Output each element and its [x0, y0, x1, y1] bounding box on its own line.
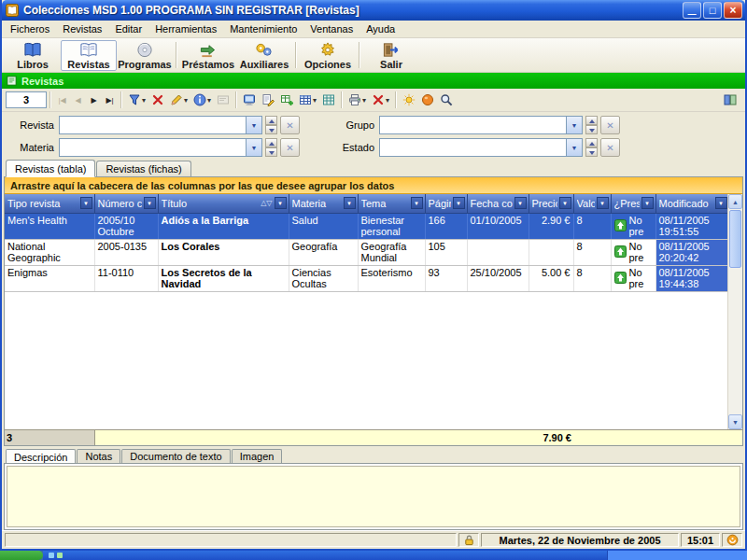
filter-spinner-estado[interactable]: [585, 138, 598, 157]
tab-documento-de-texto[interactable]: Documento de texto: [121, 449, 230, 463]
start-button[interactable]: [0, 551, 43, 560]
filter-clear-button-revista[interactable]: ✕: [280, 116, 300, 134]
tab-descripcion[interactable]: Descripción: [6, 449, 76, 464]
column-header-presta[interactable]: ¿Presta▼: [611, 194, 655, 213]
close-button[interactable]: ×: [724, 2, 742, 19]
table-row[interactable]: Enigmas11-0110Los Secretos de la Navidad…: [5, 265, 729, 291]
column-filter-icon[interactable]: ▼: [453, 197, 465, 209]
filter-spinner-materia[interactable]: [265, 138, 277, 157]
menu-item-editar[interactable]: Editar: [108, 21, 148, 36]
column-filter-icon[interactable]: ▼: [275, 197, 287, 209]
tab-notas[interactable]: Notas: [77, 449, 120, 463]
spinner-down-icon[interactable]: [585, 147, 598, 157]
spinner-up-icon[interactable]: [265, 116, 277, 125]
spinner-up-icon[interactable]: [585, 116, 598, 125]
delete-button[interactable]: ▾: [369, 91, 392, 109]
tab-revistas-fichas[interactable]: Revistas (fichas): [96, 161, 190, 176]
toolbar-button-libros[interactable]: Libros: [5, 40, 61, 71]
column-filter-icon[interactable]: ▼: [641, 197, 654, 209]
column-filter-icon[interactable]: ▼: [80, 197, 92, 209]
record-number-input[interactable]: 3: [6, 91, 47, 108]
spinner-down-icon[interactable]: [265, 147, 277, 157]
tab-revistas-tabla[interactable]: Revistas (tabla): [6, 160, 95, 177]
edit-menu-button[interactable]: ▾: [167, 91, 190, 109]
spinner-down-icon[interactable]: [585, 125, 598, 134]
filter-combo-materia[interactable]: ▼: [59, 138, 262, 157]
chevron-down-icon[interactable]: ▼: [246, 117, 261, 133]
column-filter-icon[interactable]: ▼: [344, 197, 356, 209]
spinner-up-icon[interactable]: [265, 138, 277, 147]
filter-button[interactable]: ▾: [125, 91, 148, 109]
filter-spinner-grupo[interactable]: [585, 116, 598, 134]
new-record-button[interactable]: [277, 91, 296, 109]
toolbar-button-salir[interactable]: Salir: [363, 40, 419, 71]
toolbar-button-auxiliares[interactable]: Auxiliares: [236, 40, 292, 71]
menu-item-herramientas[interactable]: Herramientas: [148, 21, 223, 36]
next-record-button[interactable]: ▶: [86, 91, 102, 108]
quicklaunch-icon[interactable]: [57, 553, 63, 558]
sheet-button[interactable]: [319, 91, 338, 109]
column-header-modificado[interactable]: Modificado▼: [655, 194, 729, 213]
column-header-materia[interactable]: Materia▼: [289, 194, 358, 213]
filter-clear-button-estado[interactable]: ✕: [600, 138, 620, 157]
column-filter-icon[interactable]: ▼: [559, 197, 571, 209]
filter-combo-estado[interactable]: ▼: [379, 138, 583, 157]
description-textarea[interactable]: [7, 466, 740, 527]
column-header-titulo[interactable]: Título△▽▼: [158, 194, 289, 213]
column-filter-icon[interactable]: ▼: [597, 197, 609, 209]
spinner-up-icon[interactable]: [585, 138, 598, 147]
clear-filter-button[interactable]: [148, 91, 167, 109]
menu-item-ventanas[interactable]: Ventanas: [303, 21, 359, 36]
view-button[interactable]: [240, 91, 259, 109]
vertical-scrollbar[interactable]: ▲ ▼: [727, 194, 742, 429]
column-header-numero[interactable]: Número com▼: [94, 194, 158, 213]
column-header-fecha[interactable]: Fecha com▼: [467, 194, 529, 213]
toolbar-button-prestamos[interactable]: Préstamos: [180, 40, 236, 71]
filter-clear-button-grupo[interactable]: ✕: [600, 116, 620, 134]
maximize-button[interactable]: □: [703, 2, 722, 19]
print-button[interactable]: ▾: [345, 91, 369, 109]
scroll-down-icon[interactable]: ▼: [728, 414, 742, 429]
filter-clear-button-materia[interactable]: ✕: [280, 138, 300, 157]
spinner-down-icon[interactable]: [265, 125, 277, 134]
panels-button[interactable]: [721, 91, 740, 109]
column-header-tema[interactable]: Tema▼: [358, 194, 425, 213]
attachments-button[interactable]: [214, 91, 233, 109]
table-row[interactable]: National Geographic2005-0135Los CoralesG…: [5, 239, 729, 265]
table-row[interactable]: Men's Health2005/10 OctubreAdiós a la Ba…: [5, 213, 729, 239]
filter-combo-grupo[interactable]: ▼: [379, 116, 583, 134]
menu-item-ficheros[interactable]: Ficheros: [4, 21, 56, 36]
column-header-precio[interactable]: Precio c▼: [529, 194, 573, 213]
web-button[interactable]: [418, 91, 437, 109]
scrollbar-thumb[interactable]: [729, 210, 741, 268]
toolbar-button-revistas[interactable]: Revistas: [61, 40, 117, 71]
menu-item-ayuda[interactable]: Ayuda: [359, 21, 402, 36]
filter-combo-revista[interactable]: ▼: [59, 116, 262, 134]
first-record-button[interactable]: |◀: [54, 91, 70, 108]
column-filter-icon[interactable]: ▼: [514, 197, 527, 209]
toolbar-button-programas[interactable]: Programas: [117, 40, 173, 71]
menu-item-revistas[interactable]: Revistas: [56, 21, 108, 36]
chevron-down-icon[interactable]: ▼: [566, 139, 582, 156]
column-filter-icon[interactable]: ▼: [144, 197, 156, 209]
column-header-tipo[interactable]: Tipo revista▼: [5, 194, 94, 213]
column-filter-icon[interactable]: ▼: [715, 197, 727, 209]
column-filter-icon[interactable]: ▼: [411, 197, 423, 209]
table-view-button[interactable]: ▾: [296, 91, 319, 109]
scrollbar-track[interactable]: [728, 209, 742, 414]
quicklaunch-icon[interactable]: [49, 553, 54, 558]
tab-imagen[interactable]: Imagen: [232, 449, 283, 463]
labels-button[interactable]: [400, 91, 418, 109]
menu-item-mantenimiento[interactable]: Mantenimiento: [223, 21, 303, 36]
last-record-button[interactable]: ▶|: [102, 91, 118, 108]
scroll-up-icon[interactable]: ▲: [728, 194, 742, 209]
edit-record-button[interactable]: [259, 91, 277, 109]
info-button[interactable]: ▾: [190, 91, 214, 109]
column-header-valorac[interactable]: Valorac▼: [573, 194, 611, 213]
search-button[interactable]: [437, 91, 456, 109]
toolbar-button-opciones[interactable]: Opciones: [300, 40, 356, 71]
chevron-down-icon[interactable]: ▼: [566, 117, 582, 133]
prev-record-button[interactable]: ◀: [70, 91, 86, 108]
chevron-down-icon[interactable]: ▼: [246, 139, 261, 156]
filter-spinner-revista[interactable]: [265, 116, 277, 134]
